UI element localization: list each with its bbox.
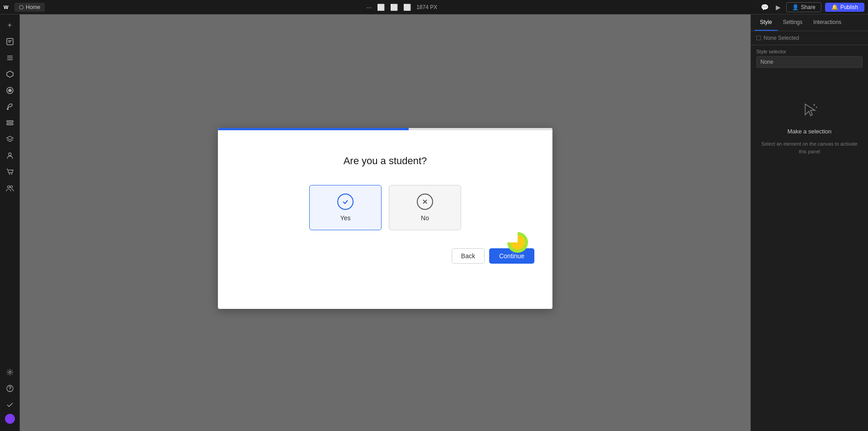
- none-selected-row: None Selected: [751, 31, 868, 45]
- cursor-ring-outer: [507, 232, 528, 253]
- choice-no[interactable]: No: [389, 185, 461, 230]
- svg-point-18: [9, 371, 11, 374]
- sidebar-help-icon[interactable]: [3, 381, 17, 396]
- publish-button[interactable]: 🔔 Publish: [825, 3, 864, 12]
- left-sidebar: +: [0, 14, 20, 431]
- tablet-breakpoint-icon[interactable]: ⬜: [390, 4, 398, 11]
- sidebar-settings-icon[interactable]: [3, 365, 17, 379]
- publish-label: Publish: [840, 4, 858, 10]
- make-selection-area: Make a selection Select an element on th…: [751, 73, 868, 431]
- cursor-animation: [507, 232, 530, 255]
- make-selection-title: Make a selection: [788, 128, 832, 135]
- sidebar-cms-icon[interactable]: [3, 116, 17, 130]
- svg-marker-7: [7, 71, 13, 77]
- sidebar-layers-icon[interactable]: [3, 132, 17, 147]
- home-tab[interactable]: ⬡ Home: [14, 3, 45, 12]
- back-button[interactable]: Back: [452, 248, 485, 264]
- continue-button[interactable]: Continue: [489, 248, 534, 264]
- cursor-large-icon: [801, 100, 819, 123]
- make-selection-desc: Select an element on the canvas to activ…: [751, 140, 868, 155]
- sidebar-assets-icon[interactable]: [3, 83, 17, 98]
- svg-point-14: [9, 174, 9, 175]
- more-options-icon[interactable]: ···: [366, 4, 372, 11]
- form-card: Are you a student? Yes: [218, 128, 552, 309]
- share-button[interactable]: 👤 Share: [786, 2, 821, 12]
- desktop-breakpoint-icon[interactable]: ⬜: [377, 4, 385, 11]
- topbar-left: W ⬡ Home: [4, 3, 45, 12]
- sidebar-menu-icon[interactable]: [3, 51, 17, 65]
- share-label: Share: [801, 4, 816, 10]
- publish-bell-icon: 🔔: [831, 4, 838, 10]
- style-selector-label: Style selector: [751, 45, 868, 56]
- right-panel: Style Settings Interactions None Selecte…: [750, 14, 868, 431]
- topbar-center: ··· ⬜ ⬜ ⬜ 1874 PX: [366, 4, 437, 11]
- svg-point-17: [10, 186, 12, 188]
- svg-point-20: [9, 390, 10, 391]
- main-layout: +: [0, 14, 868, 431]
- sidebar-ecommerce-icon[interactable]: [3, 165, 17, 179]
- none-selected-label: None Selected: [764, 35, 799, 41]
- continue-label: Continue: [499, 252, 524, 260]
- svg-rect-12: [7, 123, 13, 125]
- no-x-icon: [417, 194, 433, 210]
- no-label: No: [421, 214, 429, 222]
- svg-point-13: [9, 153, 11, 156]
- topbar: W ⬡ Home ··· ⬜ ⬜ ⬜ 1874 PX 💬 ▶ 👤 Share 🔔…: [0, 0, 868, 14]
- svg-rect-3: [8, 42, 11, 43]
- form-footer: Back Continue: [236, 248, 534, 264]
- sidebar-paint-icon[interactable]: [3, 99, 17, 114]
- svg-point-10: [7, 108, 9, 110]
- none-checkbox: [756, 36, 761, 40]
- home-tab-label: Home: [26, 4, 40, 10]
- svg-point-15: [11, 174, 12, 175]
- progress-bar-fill: [218, 128, 409, 130]
- home-tab-icon: ⬡: [19, 4, 24, 10]
- form-question: Are you a student?: [344, 155, 427, 167]
- topbar-right: 💬 ▶ 👤 Share 🔔 Publish: [759, 2, 864, 13]
- svg-text:W: W: [4, 5, 9, 10]
- svg-rect-11: [7, 121, 13, 122]
- sidebar-team-icon[interactable]: [3, 181, 17, 195]
- sidebar-account-icon[interactable]: [3, 148, 17, 163]
- panel-tabs: Style Settings Interactions: [751, 14, 868, 31]
- preview-icon[interactable]: ▶: [774, 2, 783, 13]
- tab-interactions[interactable]: Interactions: [808, 14, 847, 31]
- cursor-ring-inner: [510, 235, 525, 250]
- canvas-area[interactable]: Are you a student? Yes: [20, 14, 750, 431]
- svg-marker-9: [8, 88, 12, 92]
- yes-check-icon: [337, 194, 354, 210]
- tab-settings[interactable]: Settings: [778, 14, 808, 31]
- webflow-logo: W: [4, 4, 11, 11]
- comment-icon[interactable]: 💬: [759, 2, 770, 13]
- share-person-icon: 👤: [792, 4, 799, 10]
- choice-yes[interactable]: Yes: [309, 185, 382, 230]
- svg-rect-2: [8, 40, 12, 41]
- yes-label: Yes: [340, 214, 351, 222]
- tab-style[interactable]: Style: [755, 14, 778, 31]
- user-avatar[interactable]: [5, 414, 15, 424]
- px-display: 1874 PX: [416, 4, 437, 10]
- choices-row: Yes No: [309, 185, 461, 230]
- svg-point-16: [7, 186, 9, 188]
- sidebar-components-icon[interactable]: [3, 67, 17, 81]
- progress-bar-container: [218, 128, 552, 130]
- sidebar-tasks-icon[interactable]: [3, 398, 17, 412]
- style-selector-input[interactable]: [756, 56, 863, 68]
- mobile-breakpoint-icon[interactable]: ⬜: [403, 4, 411, 11]
- sidebar-pages-icon[interactable]: [3, 34, 17, 49]
- sidebar-add-icon[interactable]: +: [3, 18, 17, 33]
